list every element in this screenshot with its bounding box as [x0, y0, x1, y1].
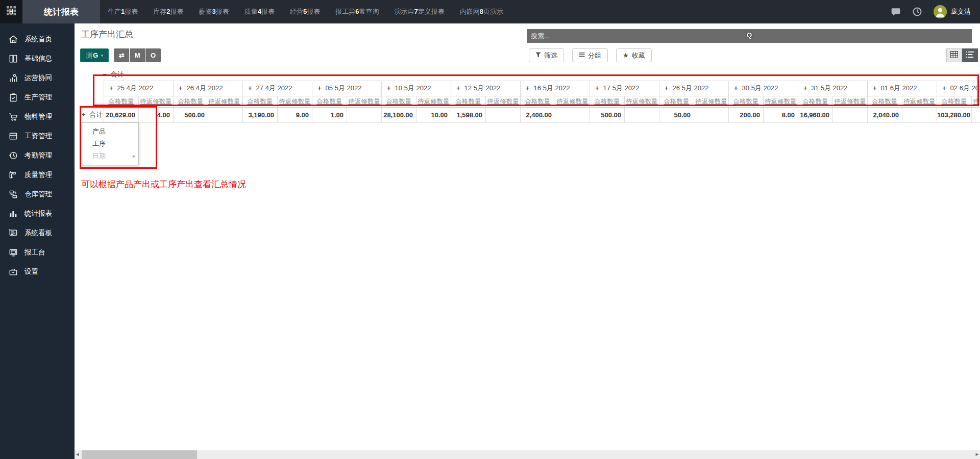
- pivot-measure-header[interactable]: 待返修数量: [694, 96, 729, 107]
- top-menu-item-4[interactable]: 质量4报表: [237, 7, 282, 16]
- pivot-col-header-3[interactable]: +27 4月 2022: [243, 81, 312, 96]
- top-menu-item-8[interactable]: 内嵌网8页演示: [452, 7, 511, 16]
- scrollbar-thumb[interactable]: [82, 450, 197, 459]
- pivot-measure-header[interactable]: 待返修数量: [278, 96, 312, 107]
- pivot-value-cell: 200.00: [729, 107, 764, 122]
- sidebar-item-9[interactable]: 仓库管理: [0, 185, 75, 204]
- pivot-measure-header[interactable]: 待返修数量: [833, 96, 868, 107]
- pivot-col-header-5[interactable]: +10 5月 2022: [382, 81, 451, 96]
- sidebar-item-5[interactable]: 物料管理: [0, 107, 75, 126]
- pivot-col-header-2[interactable]: +26 4月 2022: [174, 81, 243, 96]
- sidebar-item-13[interactable]: 设置: [0, 262, 75, 282]
- pivot-measure-header[interactable]: 待返修数量: [972, 96, 980, 107]
- user-menu[interactable]: 庞文清: [934, 5, 971, 18]
- sidebar-item-4[interactable]: 生产管理: [0, 88, 75, 107]
- pivot-measure-header[interactable]: 合格数量: [798, 96, 833, 107]
- pivot-measure-header[interactable]: 待返修数量: [486, 96, 521, 107]
- list-view-button[interactable]: [962, 48, 978, 62]
- pivot-measure-header[interactable]: 合格数量: [659, 96, 694, 107]
- page-title: 工序产出汇总: [81, 29, 133, 40]
- filter-button[interactable]: 筛选: [529, 48, 564, 62]
- pivot-row-total-header[interactable]: +合计: [81, 107, 104, 122]
- pivot-value-cell: 8.00: [764, 107, 798, 122]
- top-menu-item-3[interactable]: 薪资3报表: [191, 7, 236, 16]
- top-menu-item-6[interactable]: 报工异6常查询: [328, 7, 386, 16]
- sidebar-item-label: 运营协同: [24, 73, 52, 83]
- pivot-col-header-9[interactable]: +26 5月 2022: [659, 81, 729, 96]
- pivot-measure-header[interactable]: 待返修数量: [555, 96, 590, 107]
- pivot-measure-header[interactable]: 待返修数量: [139, 96, 174, 107]
- pivot-col-header-10[interactable]: +30 5月 2022: [729, 81, 798, 96]
- star-icon: ★: [623, 52, 629, 59]
- pivot-col-header-7[interactable]: +16 5月 2022: [521, 81, 590, 96]
- sidebar-item-7[interactable]: 考勤管理: [0, 146, 75, 165]
- pivot-measure-header[interactable]: 待返修数量: [625, 96, 659, 107]
- flip-axis-button[interactable]: ⇄: [114, 48, 129, 62]
- pivot-measure-header[interactable]: 待返修数量: [347, 96, 382, 107]
- pivot-col-header-1[interactable]: +25 4月 2022: [104, 81, 174, 96]
- messages-icon[interactable]: [891, 7, 901, 17]
- top-menu-item-1[interactable]: 生产1报表: [100, 7, 145, 16]
- activity-clock-icon[interactable]: [912, 7, 922, 17]
- pivot-measure-header[interactable]: 合格数量: [868, 96, 902, 107]
- sidebar-item-3[interactable]: 运营协同: [0, 68, 75, 88]
- pivot-col-header-11[interactable]: +31 5月 2022: [798, 81, 868, 96]
- sidebar-item-10[interactable]: 统计报表: [0, 204, 75, 223]
- pivot-column-total-header[interactable]: −合计: [81, 68, 980, 81]
- pivot-measure-header[interactable]: 合格数量: [521, 96, 555, 107]
- sidebar-item-2[interactable]: 基础信息: [0, 49, 75, 68]
- pivot-col-header-6[interactable]: +12 5月 2022: [451, 81, 521, 96]
- pivot-measure-header[interactable]: 合格数量: [174, 96, 208, 107]
- pivot-measure-header[interactable]: 合格数量: [104, 96, 139, 107]
- pivot-col-header-4[interactable]: +05 5月 2022: [312, 81, 382, 96]
- pivot-col-header-8[interactable]: +17 5月 2022: [590, 81, 659, 96]
- pivot-measure-header[interactable]: 合格数量: [451, 96, 486, 107]
- pivot-col-header-13[interactable]: +02 6月 2022: [937, 81, 980, 96]
- sidebar-item-1[interactable]: 系统首页: [0, 30, 75, 49]
- pivot-value-cell: 10.00: [416, 107, 451, 122]
- pivot-measure-header[interactable]: 合格数量: [590, 96, 625, 107]
- pivot-measure-header[interactable]: 合格数量: [312, 96, 347, 107]
- dropdown-item-2[interactable]: 工序: [82, 138, 138, 150]
- measures-accesskey: G: [93, 52, 98, 59]
- pivot-corner-cell: [81, 96, 104, 107]
- favorites-button[interactable]: ★ 收藏: [616, 48, 652, 62]
- pivot-col-header-12[interactable]: +01 6月 2022: [868, 81, 937, 96]
- pivot-measure-header[interactable]: 合格数量: [729, 96, 764, 107]
- payroll-icon: [8, 131, 18, 141]
- scroll-left-icon[interactable]: ◂: [76, 451, 79, 457]
- measures-button[interactable]: 测G ▾: [80, 48, 109, 62]
- scroll-right-icon[interactable]: ▸: [975, 451, 978, 457]
- pivot-measure-header[interactable]: 合格数量: [937, 96, 972, 107]
- sidebar-item-6[interactable]: 工资管理: [0, 126, 75, 146]
- dropdown-item-1[interactable]: 产品: [82, 125, 138, 138]
- groupby-button[interactable]: 分组: [572, 48, 608, 62]
- pivot-view-button[interactable]: [946, 48, 962, 62]
- app-switcher-button[interactable]: H: [0, 0, 22, 23]
- top-menu-item-2[interactable]: 库存2报表: [145, 7, 191, 16]
- pivot-measure-header[interactable]: 合格数量: [382, 96, 416, 107]
- pivot-measure-header[interactable]: 合格数量: [243, 96, 278, 107]
- pivot-measure-header[interactable]: 待返修数量: [902, 96, 937, 107]
- operations-icon: [8, 73, 18, 83]
- sidebar-item-label: 考勤管理: [24, 151, 52, 160]
- view-switcher: [946, 48, 978, 62]
- horizontal-scrollbar[interactable]: ◂ ▸: [75, 450, 980, 459]
- pivot-measure-header[interactable]: 待返修数量: [764, 96, 798, 107]
- pivot-value-cell: 20,629.00: [104, 107, 139, 122]
- sidebar-item-8[interactable]: 质量管理: [0, 165, 75, 185]
- top-menu-item-7[interactable]: 演示自7定义报表: [386, 7, 452, 16]
- sidebar-item-12[interactable]: 报工台: [0, 243, 75, 262]
- current-app-title[interactable]: 统计报表: [22, 0, 100, 23]
- sidebar-item-11[interactable]: 系统看板: [0, 223, 75, 243]
- pivot-measure-header[interactable]: 待返修数量▴: [208, 96, 243, 107]
- favorites-label: 收藏: [632, 51, 645, 60]
- pivot-value-cell: 50.00: [659, 107, 694, 122]
- top-menu-item-5[interactable]: 经营5报表: [282, 7, 328, 16]
- download-button[interactable]: O: [145, 48, 161, 62]
- pivot-measure-header[interactable]: 待返修数量: [416, 96, 451, 107]
- pivot-corner-cell: [81, 81, 104, 96]
- expand-all-button[interactable]: M: [130, 48, 145, 62]
- caret-down-icon: ▾: [101, 53, 103, 58]
- groupby-label: 分组: [588, 51, 601, 60]
